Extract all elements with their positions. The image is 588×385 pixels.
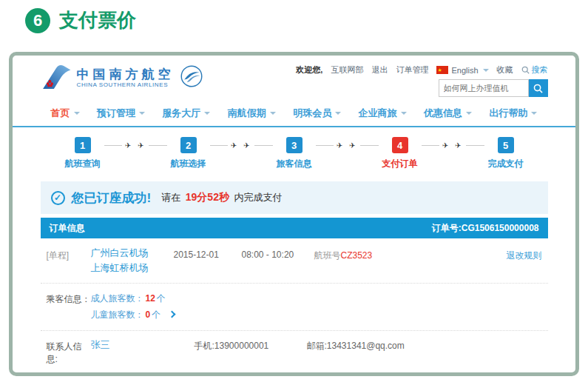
flight-number-cell: 航班号CZ3523	[314, 246, 507, 262]
success-title: 您已订座成功!	[72, 190, 152, 207]
nav-item-booking-management[interactable]: 预订管理	[97, 107, 145, 120]
adult-count-row: 成人旅客数：12个	[91, 291, 175, 307]
step-label: 航班选择	[171, 158, 206, 170]
site-search-input[interactable]	[439, 79, 529, 97]
page-title: 支付票价	[59, 7, 136, 33]
countdown-prefix: 请在	[161, 192, 180, 203]
nav-item-promotions[interactable]: 优惠信息	[424, 107, 472, 120]
section-heading: 6 支付票价	[0, 0, 588, 33]
plane-icons: ✈ ✈	[122, 141, 149, 150]
nav-label: 预订管理	[97, 107, 135, 120]
departure-airport: 广州白云机场	[91, 246, 174, 261]
plane-icons: ✈ ✈	[228, 141, 255, 150]
flight-number: CZ3523	[341, 250, 373, 261]
logo-text: 中国南方航空 CHINA SOUTHERN AIRLINES	[77, 67, 175, 89]
airline-logo[interactable]: 中国南方航空 CHINA SOUTHERN AIRLINES	[41, 62, 203, 93]
step-number: 1	[75, 137, 91, 153]
trip-type: [单程]	[47, 246, 91, 262]
caret-down-icon	[270, 112, 276, 115]
step-passenger-info: 3 旅客信息	[273, 137, 316, 170]
flight-date: 2015-12-01	[174, 246, 242, 260]
step-connector: ✈ ✈	[422, 137, 484, 153]
contact-email: 邮箱:13431341@qq.com	[307, 338, 542, 352]
favorites-link[interactable]: 收藏	[497, 64, 513, 76]
nav-item-holidays[interactable]: 南航假期	[228, 107, 276, 120]
caret-down-icon	[204, 112, 210, 115]
tailfin-icon	[41, 62, 72, 93]
nav-item-pearl-member[interactable]: 明珠会员	[293, 107, 341, 120]
caret-down-icon	[483, 69, 489, 72]
site-header: 中国南方航空 CHINA SOUTHERN AIRLINES 欢迎您, 互联网部…	[41, 56, 548, 98]
order-number: 订单号:CG1506150000008	[432, 222, 539, 235]
step-connector: ✈ ✈	[104, 137, 167, 153]
top-links: 欢迎您, 互联网部 退出 订单管理 ★ English 收藏 搜索	[296, 64, 547, 76]
step-connector: ✈ ✈	[210, 137, 273, 153]
step-connector: ✈ ✈	[316, 137, 379, 153]
screenshot-frame: 中国南方航空 CHINA SOUTHERN AIRLINES 欢迎您, 互联网部…	[9, 52, 579, 376]
total-row: 总价: ¥7320	[41, 374, 548, 376]
step-number: 2	[180, 137, 197, 153]
countdown-suffix: 内完成支付	[234, 192, 283, 203]
language-select[interactable]: ★ English	[436, 66, 488, 75]
section-number-badge: 6	[25, 8, 50, 33]
step-payment-complete: 5 完成支付	[484, 137, 527, 170]
nav-label: 明珠会员	[293, 107, 331, 120]
search-button[interactable]	[529, 79, 548, 97]
nav-item-service-hall[interactable]: 服务大厅	[162, 107, 210, 120]
airports: 广州白云机场 上海虹桥机场	[91, 246, 174, 275]
plane-icons: ✈ ✈	[334, 141, 361, 150]
nav-label: 服务大厅	[162, 107, 200, 120]
china-flag-icon: ★	[436, 66, 448, 74]
welcome-text: 欢迎您,	[296, 64, 322, 76]
contact-name-cell: 张三	[91, 338, 195, 352]
adult-count-label: 成人旅客数：	[91, 293, 144, 304]
logout-link[interactable]: 退出	[371, 64, 388, 76]
contact-mobile: 手机:13900000001	[195, 338, 307, 352]
caret-down-icon	[401, 112, 407, 115]
countdown-text: 请在 19分52秒 内完成支付	[161, 191, 282, 204]
nav-label: 企业商旅	[359, 107, 397, 120]
contact-name-link[interactable]: 张三	[91, 339, 110, 350]
step-label: 完成支付	[488, 158, 524, 170]
caret-down-icon	[74, 112, 80, 115]
success-banner: ✓ 您已订座成功! 请在 19分52秒 内完成支付	[41, 181, 548, 214]
logo-text-en: CHINA SOUTHERN AIRLINES	[77, 81, 175, 88]
search-icon	[521, 66, 530, 74]
check-circle-icon: ✓	[51, 191, 65, 205]
contact-row: 联系人信息: 张三 手机:13900000001 邮箱:13431341@qq.…	[41, 331, 548, 374]
nav-label: 出行帮助	[489, 107, 527, 120]
site-search	[439, 79, 548, 97]
child-count: 0	[144, 309, 152, 320]
step-flight-search: 1 航班查询	[61, 137, 104, 170]
caret-down-icon	[531, 112, 537, 115]
skyteam-icon	[180, 64, 203, 91]
search-toggle-label: 搜索	[532, 64, 548, 76]
refund-rules-link[interactable]: 退改规则	[507, 250, 542, 261]
chevron-right-icon[interactable]	[169, 310, 176, 318]
child-count-row: 儿童旅客数：0个	[91, 307, 175, 324]
order-body: [单程] 广州白云机场 上海虹桥机场 2015-12-01 08:00 - 10…	[41, 238, 548, 376]
step-number: 4	[392, 137, 408, 153]
search-toggle-link[interactable]: 搜索	[521, 64, 548, 76]
caret-down-icon	[139, 112, 145, 115]
user-link[interactable]: 互联网部	[331, 64, 363, 76]
passenger-counts: 成人旅客数：12个 儿童旅客数：0个	[91, 291, 175, 323]
nav-item-travel-help[interactable]: 出行帮助	[489, 107, 537, 120]
flight-number-label: 航班号	[314, 250, 341, 261]
order-management-link[interactable]: 订单管理	[396, 64, 428, 76]
booking-steps: 1 航班查询 ✈ ✈ 2 航班选择 ✈ ✈ 3 旅客信息 ✈ ✈ 4 支付订单 …	[41, 127, 548, 173]
logo-text-cn: 中国南方航空	[77, 67, 175, 82]
step-label: 支付订单	[382, 158, 418, 170]
step-label: 旅客信息	[277, 158, 312, 170]
caret-down-icon	[335, 112, 341, 115]
order-info-title: 订单信息	[50, 222, 85, 235]
step-number: 3	[286, 137, 303, 153]
nav-item-corporate-travel[interactable]: 企业商旅	[359, 107, 407, 120]
flight-row: [单程] 广州白云机场 上海虹桥机场 2015-12-01 08:00 - 10…	[41, 238, 548, 284]
step-number: 5	[498, 137, 514, 153]
header-utilities: 欢迎您, 互联网部 退出 订单管理 ★ English 收藏 搜索	[296, 62, 547, 97]
rules-cell: 退改规则	[507, 246, 542, 262]
main-nav: 首页 预订管理 服务大厅 南航假期 明珠会员 企业商旅 优惠信息 出行帮助	[41, 101, 548, 126]
nav-item-home[interactable]: 首页	[51, 107, 80, 120]
arrival-airport: 上海虹桥机场	[91, 261, 174, 275]
